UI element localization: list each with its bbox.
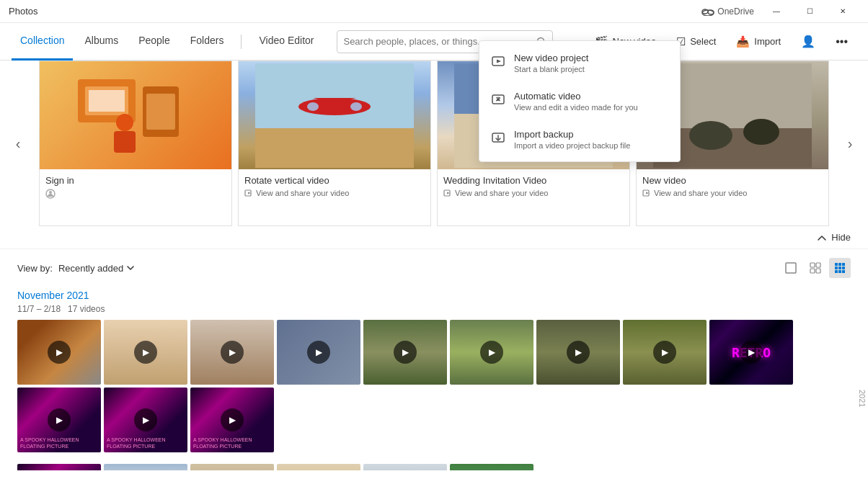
- play-btn-8[interactable]: ▶: [653, 341, 676, 364]
- play-btn-12[interactable]: ▶: [221, 408, 244, 431]
- rotate-card-title: Rotate vertical video: [244, 175, 425, 186]
- play-btn-1[interactable]: ▶: [48, 341, 71, 364]
- play-btn-4[interactable]: ▶: [307, 341, 330, 364]
- onedrive-icon: [701, 7, 714, 16]
- nav-folders[interactable]: Folders: [182, 23, 233, 61]
- video-thumb-14[interactable]: ▶: [104, 464, 187, 470]
- play-btn-9[interactable]: ▶: [740, 341, 763, 364]
- select-label: Select: [690, 36, 716, 47]
- video-thumb-8[interactable]: ▶: [623, 320, 707, 385]
- spooky-label-12: A SPOOKY HALLOWEENFLOATING PICTURE: [190, 434, 255, 452]
- import-backup-text: Import backup Import a video project bac…: [514, 129, 630, 150]
- new-project-title: New video project: [514, 53, 588, 63]
- play-btn-11[interactable]: ▶: [134, 408, 157, 431]
- more-button[interactable]: •••: [827, 31, 856, 53]
- account-button[interactable]: 👤: [792, 30, 824, 53]
- view-mode-large[interactable]: [780, 258, 802, 278]
- svg-rect-44: [838, 263, 841, 266]
- play-btn-5[interactable]: ▶: [394, 341, 417, 364]
- view-mode-small[interactable]: [829, 258, 851, 278]
- dropdown-item-import-backup[interactable]: Import backup Import a video project bac…: [479, 120, 680, 158]
- nav-albums[interactable]: Albums: [76, 23, 127, 61]
- video-thumb-4[interactable]: ▶: [277, 320, 360, 385]
- chevron-down-icon: [126, 264, 135, 272]
- featured-card-signin[interactable]: Sign in: [39, 61, 232, 226]
- svg-rect-48: [842, 267, 845, 269]
- svg-rect-45: [842, 263, 845, 266]
- dropdown-menu: New video project Start a blank project …: [479, 40, 681, 162]
- medium-grid-icon: [810, 262, 821, 274]
- svg-rect-43: [835, 263, 838, 266]
- video-bg-14: [104, 464, 187, 470]
- featured-card-rotate[interactable]: Rotate vertical video View and share you…: [238, 61, 431, 226]
- rotate-card-image: [239, 61, 430, 169]
- video-count: 17 videos: [68, 304, 105, 314]
- svg-rect-11: [114, 131, 136, 153]
- view-mode-medium[interactable]: [805, 258, 826, 278]
- video-bg-13: A SPOOKY HALLOWEENFLOATING PICTURE: [17, 464, 101, 470]
- newvideo-card-info: New video View and share your video: [637, 169, 828, 203]
- play-btn-3[interactable]: ▶: [221, 341, 244, 364]
- viewby-select[interactable]: Recently added: [58, 263, 135, 274]
- hide-button[interactable]: Hide: [817, 232, 851, 243]
- video-thumb-7[interactable]: ▶: [536, 320, 620, 385]
- video-thumb-2[interactable]: ▶: [104, 320, 187, 385]
- svg-rect-41: [810, 269, 815, 273]
- new-project-icon: [491, 54, 505, 68]
- svg-point-35: [743, 119, 779, 145]
- svg-marker-53: [497, 60, 501, 63]
- rotate-illustration: [255, 63, 414, 168]
- svg-rect-47: [838, 267, 841, 269]
- video-thumb-10[interactable]: A SPOOKY HALLOWEENFLOATING PICTURE ▶: [17, 388, 101, 452]
- play-btn-6[interactable]: ▶: [480, 341, 503, 364]
- featured-next-button[interactable]: ›: [832, 61, 868, 226]
- nav-video-editor[interactable]: Video Editor: [250, 23, 322, 61]
- nav-people[interactable]: People: [130, 23, 179, 61]
- signin-card-title: Sign in: [45, 175, 226, 186]
- video-thumb-15[interactable]: ▶: [190, 464, 274, 470]
- video-share-icon: [244, 189, 253, 197]
- video-thumb-12[interactable]: A SPOOKY HALLOWEENFLOATING PICTURE ▶: [190, 388, 274, 452]
- close-button[interactable]: ✕: [826, 0, 859, 23]
- video-thumb-6[interactable]: ▶: [450, 320, 533, 385]
- wedding-card-title: Wedding Invitation Video: [443, 175, 624, 186]
- svg-rect-39: [810, 263, 815, 267]
- onedrive-badge: OneDrive: [701, 6, 754, 17]
- video-thumb-17[interactable]: ▶: [363, 464, 447, 470]
- maximize-button[interactable]: ☐: [793, 0, 826, 23]
- dropdown-item-new-project[interactable]: New video project Start a blank project: [479, 44, 680, 82]
- newvideo-card-subtitle: View and share your video: [642, 189, 823, 197]
- rotate-card-info: Rotate vertical video View and share you…: [239, 169, 430, 203]
- play-btn-7[interactable]: ▶: [567, 341, 590, 364]
- minimize-button[interactable]: —: [760, 0, 793, 23]
- play-btn-10[interactable]: ▶: [48, 408, 71, 431]
- video-thumb-1[interactable]: ▶: [17, 320, 101, 385]
- wedding-card-subtitle-text: View and share your video: [455, 189, 548, 197]
- wedding-card-subtitle: View and share your video: [443, 189, 624, 197]
- spooky-label-11: A SPOOKY HALLOWEENFLOATING PICTURE: [104, 434, 169, 452]
- import-button[interactable]: 📥 Import: [727, 31, 789, 53]
- dropdown-item-auto-video[interactable]: Automatic video View and edit a video ma…: [479, 82, 680, 120]
- nav-collection[interactable]: Collection: [12, 23, 73, 61]
- video-thumb-16[interactable]: ▶: [277, 464, 360, 470]
- play-btn-2[interactable]: ▶: [134, 341, 157, 364]
- svg-rect-9: [146, 94, 175, 130]
- video-thumb-5[interactable]: ▶: [363, 320, 447, 385]
- video-thumb-11[interactable]: A SPOOKY HALLOWEENFLOATING PICTURE ▶: [104, 388, 187, 452]
- featured-prev-button[interactable]: ‹: [0, 61, 36, 226]
- video-thumb-9[interactable]: RETRO ▶: [709, 320, 793, 385]
- import-backup-subtitle: Import a video project backup file: [514, 141, 630, 150]
- viewby-row: View by: Recently added: [0, 249, 868, 284]
- import-label: Import: [754, 36, 781, 47]
- new-project-subtitle: Start a blank project: [514, 65, 588, 73]
- svg-rect-7: [89, 90, 125, 112]
- view-mode-buttons: [780, 258, 851, 278]
- svg-rect-38: [786, 263, 796, 273]
- video-thumb-13[interactable]: A SPOOKY HALLOWEENFLOATING PICTURE ▶: [17, 464, 101, 470]
- date-range: 11/7 – 2/18 17 videos: [17, 304, 851, 314]
- video-thumb-3[interactable]: ▶: [190, 320, 274, 385]
- video-thumb-18[interactable]: ▶: [450, 464, 533, 470]
- svg-point-20: [350, 102, 362, 111]
- date-range-text: 11/7 – 2/18: [17, 304, 61, 314]
- import-icon: 📥: [736, 35, 750, 48]
